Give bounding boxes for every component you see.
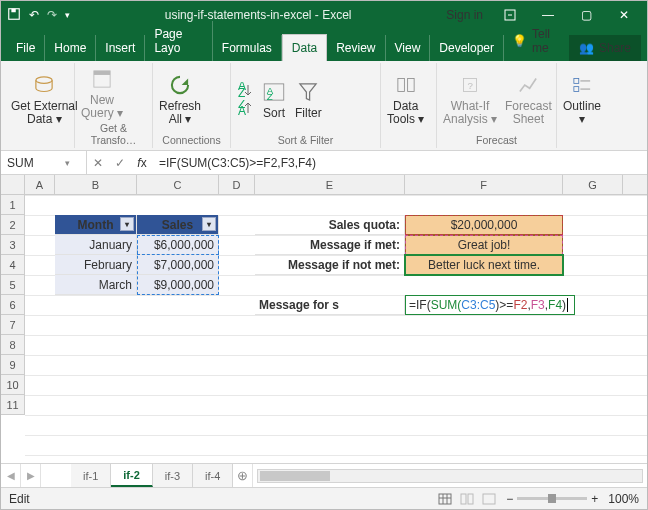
formula-input[interactable]: =IF(SUM(C3:C5)>=F2,F3,F4) [153, 151, 647, 174]
col-C[interactable]: C [137, 175, 219, 194]
cancel-formula-icon[interactable]: ✕ [87, 156, 109, 170]
sheet-nav-next[interactable]: ▶ [21, 464, 41, 487]
fx-icon[interactable]: fx [131, 156, 153, 170]
worksheet-grid[interactable]: A B C D E F G 1 2 3 4 5 6 7 8 9 10 11 Mo… [1, 175, 647, 463]
accept-formula-icon[interactable]: ✓ [109, 156, 131, 170]
group-forecast: Forecast [443, 133, 550, 146]
redo-icon[interactable]: ↷ [47, 8, 57, 22]
zoom-control[interactable]: − + 100% [506, 492, 639, 506]
cell-B3[interactable]: January [55, 235, 137, 255]
sort-za-button[interactable]: ZA [237, 100, 253, 116]
column-headers: A B C D E F G [1, 175, 647, 195]
row-11[interactable]: 11 [1, 395, 25, 415]
row-1[interactable]: 1 [1, 195, 25, 215]
row-2[interactable]: 2 [1, 215, 25, 235]
tell-me[interactable]: 💡Tell me [504, 21, 569, 61]
ribbon-tabs: File Home Insert Page Layo Formulas Data… [1, 29, 647, 61]
name-box[interactable]: ▾ [1, 151, 87, 174]
outline-button[interactable]: Outline ▾ [563, 72, 601, 125]
tab-home[interactable]: Home [45, 35, 96, 61]
zoom-in-icon[interactable]: + [591, 492, 598, 506]
svg-rect-13 [398, 79, 405, 92]
cell-B2[interactable]: Month▾ [55, 215, 137, 235]
name-box-input[interactable] [7, 156, 65, 170]
select-all-corner[interactable] [1, 175, 25, 194]
data-tools-button[interactable]: Data Tools ▾ [387, 72, 424, 125]
svg-rect-5 [94, 71, 110, 75]
zoom-percent[interactable]: 100% [608, 492, 639, 506]
row-6[interactable]: 6 [1, 295, 25, 315]
formula-bar: ▾ ✕ ✓ fx =IF(SUM(C3:C5)>=F2,F3,F4) [1, 151, 647, 175]
tab-file[interactable]: File [7, 35, 45, 61]
maximize-button[interactable]: ▢ [569, 4, 603, 26]
svg-rect-21 [468, 494, 473, 504]
row-3[interactable]: 3 [1, 235, 25, 255]
row-9[interactable]: 9 [1, 355, 25, 375]
row-7[interactable]: 7 [1, 315, 25, 335]
undo-icon[interactable]: ↶ [29, 8, 39, 22]
tab-formulas[interactable]: Formulas [213, 35, 282, 61]
ribbon: Get External Data ▾ New Query ▾ Get & Tr… [1, 61, 647, 151]
sort-az-button[interactable]: AZ [237, 82, 253, 98]
col-G[interactable]: G [563, 175, 623, 194]
zoom-slider[interactable] [517, 497, 587, 500]
get-external-data-button[interactable]: Get External Data ▾ [11, 72, 78, 125]
tab-view[interactable]: View [386, 35, 431, 61]
svg-rect-1 [11, 8, 15, 12]
cell-B5[interactable]: March [55, 275, 137, 295]
cell-B4[interactable]: February [55, 255, 137, 275]
filter-button[interactable]: Filter [295, 79, 322, 120]
col-A[interactable]: A [25, 175, 55, 194]
col-B[interactable]: B [55, 175, 137, 194]
col-D[interactable]: D [219, 175, 255, 194]
sheet-tab-if1[interactable]: if-1 [71, 464, 111, 487]
view-normal-icon[interactable] [434, 490, 456, 508]
tab-page-layout[interactable]: Page Layo [145, 21, 212, 61]
cell-F4[interactable]: Better luck next time. [405, 255, 563, 275]
tab-developer[interactable]: Developer [430, 35, 504, 61]
tab-insert[interactable]: Insert [96, 35, 145, 61]
cell-E6[interactable]: Message for s [255, 295, 405, 315]
tab-review[interactable]: Review [327, 35, 385, 61]
bulb-icon: 💡 [512, 34, 527, 48]
close-button[interactable]: ✕ [607, 4, 641, 26]
sheet-nav-prev[interactable]: ◀ [1, 464, 21, 487]
sheet-tab-if4[interactable]: if-4 [193, 464, 233, 487]
sign-in-link[interactable]: Sign in [446, 8, 483, 22]
svg-rect-20 [461, 494, 466, 504]
row-8[interactable]: 8 [1, 335, 25, 355]
refresh-all-button[interactable]: Refresh All ▾ [159, 72, 201, 125]
cell-E3[interactable]: Message if met: [255, 235, 405, 255]
col-F[interactable]: F [405, 175, 563, 194]
row-headers: 1 2 3 4 5 6 7 8 9 10 11 [1, 195, 25, 463]
sheet-tab-if2[interactable]: if-2 [111, 464, 153, 487]
save-icon[interactable] [7, 7, 21, 24]
row-5[interactable]: 5 [1, 275, 25, 295]
row-4[interactable]: 4 [1, 255, 25, 275]
share-button[interactable]: 👥Share [569, 35, 641, 61]
whatif-button[interactable]: ?What-If Analysis ▾ [443, 72, 497, 125]
new-query-button[interactable]: New Query ▾ [81, 66, 123, 119]
row-10[interactable]: 10 [1, 375, 25, 395]
cell-E4[interactable]: Message if not met: [255, 255, 405, 275]
sort-button[interactable]: AZSort [261, 79, 287, 120]
view-page-layout-icon[interactable] [456, 490, 478, 508]
view-page-break-icon[interactable] [478, 490, 500, 508]
new-sheet-button[interactable]: ⊕ [233, 464, 253, 487]
cell-F6-editing[interactable]: =IF(SUM(C3:C5)>=F2,F3,F4) [405, 295, 575, 315]
marching-ants-C3C5 [137, 235, 219, 295]
zoom-out-icon[interactable]: − [506, 492, 513, 506]
sheet-tab-if3[interactable]: if-3 [153, 464, 193, 487]
cell-C2[interactable]: Sales▾ [137, 215, 219, 235]
cell-E2[interactable]: Sales quota: [255, 215, 405, 235]
share-icon: 👥 [579, 41, 594, 55]
horizontal-scrollbar[interactable] [257, 469, 643, 483]
svg-rect-18 [574, 87, 579, 92]
filter-dropdown-icon[interactable]: ▾ [202, 217, 216, 231]
forecast-button[interactable]: Forecast Sheet [505, 72, 552, 125]
cell-F2[interactable]: $20,000,000 [405, 215, 563, 235]
cell-F3[interactable]: Great job! [405, 235, 563, 255]
tab-data[interactable]: Data [282, 34, 327, 61]
filter-dropdown-icon[interactable]: ▾ [120, 217, 134, 231]
col-E[interactable]: E [255, 175, 405, 194]
